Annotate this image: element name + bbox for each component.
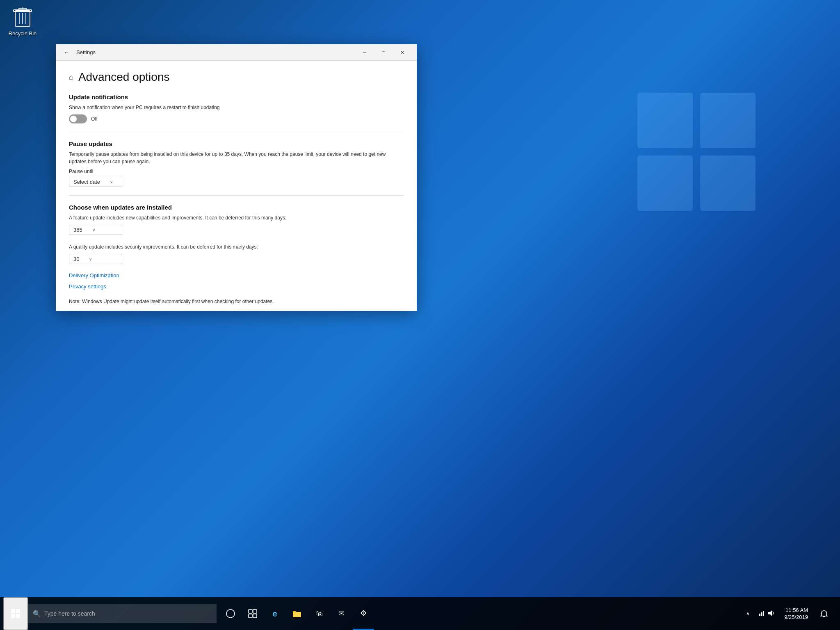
- recycle-bin-label: Recycle Bin: [4, 30, 41, 37]
- toggle-knob: [70, 116, 77, 122]
- svg-rect-3: [700, 155, 756, 211]
- update-notifications-heading: Update notifications: [69, 94, 404, 100]
- links-section: Delivery Optimization Privacy settings: [69, 272, 404, 290]
- network-icon[interactable]: [758, 609, 765, 618]
- system-tray: [755, 609, 778, 618]
- feature-dropdown-arrow: ∨: [92, 228, 95, 232]
- edge-button[interactable]: e: [264, 597, 285, 630]
- svg-point-15: [226, 609, 235, 618]
- svg-rect-14: [16, 614, 20, 618]
- taskbar: 🔍 Type here to search e 🛍 ✉ ⚙: [0, 597, 840, 630]
- mail-button[interactable]: ✉: [331, 597, 352, 630]
- clock[interactable]: 11:56 AM 9/25/2019: [779, 597, 813, 630]
- svg-text:♻: ♻: [21, 7, 24, 9]
- svg-rect-18: [249, 614, 252, 618]
- svg-rect-23: [763, 611, 764, 616]
- back-button[interactable]: ←: [61, 47, 72, 58]
- pause-date-value: Select date: [73, 179, 100, 185]
- quality-dropdown-arrow: ∨: [89, 257, 92, 261]
- tray-caret[interactable]: ∧: [746, 611, 750, 616]
- svg-rect-0: [637, 93, 693, 148]
- toggle-row: Off: [69, 114, 404, 123]
- clock-time: 11:56 AM: [785, 607, 808, 613]
- task-view-button[interactable]: [242, 597, 263, 630]
- svg-rect-17: [253, 609, 257, 613]
- svg-rect-1: [700, 93, 756, 148]
- taskbar-icons: e 🛍 ✉ ⚙: [220, 597, 374, 630]
- svg-rect-16: [249, 609, 252, 613]
- minimize-button[interactable]: ─: [355, 44, 374, 61]
- start-button[interactable]: [3, 597, 28, 630]
- search-box[interactable]: 🔍 Type here to search: [28, 604, 217, 623]
- choose-when-installed-heading: Choose when updates are installed: [69, 204, 404, 211]
- title-bar-nav: ← Settings: [61, 47, 355, 58]
- svg-rect-19: [253, 614, 257, 618]
- quality-update-value: 30: [73, 256, 79, 262]
- svg-rect-13: [11, 614, 15, 618]
- title-bar: ← Settings ─ □ ✕: [56, 44, 417, 61]
- windows-logo: [635, 90, 758, 213]
- note-text: Note: Windows Update might update itself…: [69, 298, 404, 305]
- delivery-optimization-link[interactable]: Delivery Optimization: [69, 272, 404, 278]
- pause-updates-heading: Pause updates: [69, 140, 404, 147]
- update-notifications-toggle[interactable]: [69, 114, 87, 123]
- privacy-settings-link[interactable]: Privacy settings: [69, 283, 404, 290]
- volume-icon[interactable]: [767, 609, 774, 618]
- update-notifications-description: Show a notification when your PC require…: [69, 104, 404, 111]
- svg-marker-24: [768, 610, 772, 616]
- svg-rect-20: [293, 612, 301, 617]
- feature-update-dropdown[interactable]: 365 ∨: [69, 225, 122, 235]
- home-icon[interactable]: ⌂: [69, 73, 73, 82]
- window-controls: ─ □ ✕: [355, 44, 412, 61]
- quality-update-dropdown[interactable]: 30 ∨: [69, 254, 122, 264]
- taskbar-right: ∧ 11:56 AM 9/25/2019: [743, 597, 837, 630]
- svg-rect-11: [11, 609, 15, 613]
- settings-content: ⌂ Advanced options Update notifications …: [56, 61, 417, 311]
- close-button[interactable]: ✕: [393, 44, 412, 61]
- divider-2: [69, 195, 404, 196]
- file-explorer-button[interactable]: [286, 597, 308, 630]
- settings-window: ← Settings ─ □ ✕ ⌂ Advanced options Upda…: [56, 44, 417, 311]
- search-placeholder: Type here to search: [44, 610, 95, 617]
- pause-date-dropdown-arrow: ∨: [110, 180, 113, 184]
- page-title: Advanced options: [78, 71, 170, 84]
- svg-rect-2: [637, 155, 693, 211]
- update-notifications-section: Update notifications Show a notification…: [69, 94, 404, 123]
- divider-1: [69, 132, 404, 132]
- cortana-button[interactable]: [220, 597, 241, 630]
- quality-update-label: A quality update includes security impro…: [69, 243, 404, 251]
- recycle-bin-desktop-icon[interactable]: ♻ Recycle Bin: [4, 4, 41, 37]
- toggle-label: Off: [91, 116, 98, 122]
- svg-rect-22: [761, 612, 762, 616]
- store-button[interactable]: 🛍: [308, 597, 330, 630]
- feature-update-value: 365: [73, 227, 82, 233]
- feature-update-label: A feature update includes new capabiliti…: [69, 214, 404, 221]
- choose-when-installed-section: Choose when updates are installed A feat…: [69, 204, 404, 264]
- settings-button[interactable]: ⚙: [353, 597, 374, 630]
- tray-icons: ∧: [743, 611, 753, 616]
- svg-rect-12: [16, 609, 20, 613]
- maximize-button[interactable]: □: [374, 44, 393, 61]
- pause-date-dropdown[interactable]: Select date ∨: [69, 177, 122, 187]
- window-title: Settings: [76, 49, 96, 55]
- search-icon: 🔍: [33, 610, 41, 618]
- pause-updates-description: Temporarily pause updates from being ins…: [69, 151, 404, 165]
- clock-date: 9/25/2019: [784, 614, 808, 620]
- svg-rect-21: [759, 614, 760, 616]
- pause-until-label: Pause until: [69, 169, 404, 174]
- page-header: ⌂ Advanced options: [69, 71, 404, 84]
- recycle-bin-icon: ♻: [10, 4, 35, 29]
- pause-updates-section: Pause updates Temporarily pause updates …: [69, 140, 404, 187]
- notification-button[interactable]: [815, 597, 833, 630]
